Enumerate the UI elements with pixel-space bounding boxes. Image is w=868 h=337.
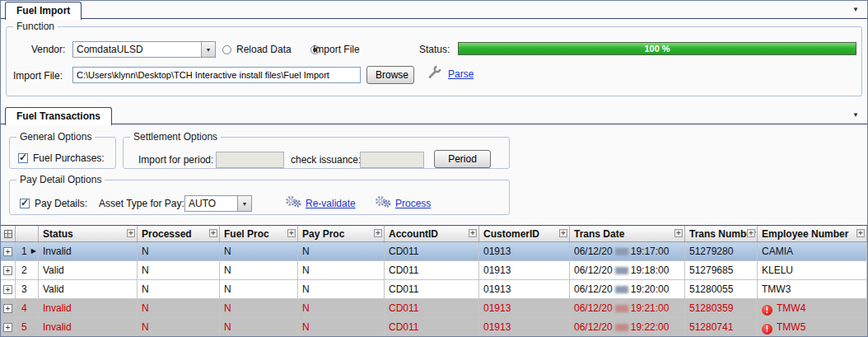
chevron-down-icon[interactable]: ▼: [201, 42, 215, 57]
fuel-purchases-label: Fuel Purchases:: [33, 152, 105, 164]
process-action[interactable]: Process: [375, 195, 431, 211]
cell-pay-proc: N: [298, 318, 385, 336]
cell-trans-date: 06/12/2019:17:00: [570, 242, 685, 260]
table-row[interactable]: +3ValidNNNCD0110191306/12/2019:20:005128…: [1, 280, 867, 299]
row-expand-cell: +: [1, 280, 16, 298]
row-number: 4: [16, 299, 39, 317]
cell-trans-date: 06/12/2019:18:00: [570, 261, 685, 279]
column-header-status[interactable]: Status+: [39, 226, 138, 241]
cell-pay-proc: N: [298, 261, 385, 279]
grid-header-row: Status+Processed+Fuel Proc+Pay Proc+Acco…: [1, 226, 867, 242]
column-header-trans-number[interactable]: Trans Number+: [685, 226, 758, 241]
import-for-period-input: [216, 152, 284, 168]
import-file-input[interactable]: [72, 67, 361, 83]
options-panel: General Options Fuel Purchases: Settleme…: [1, 124, 867, 225]
row-expand-button[interactable]: +: [3, 304, 12, 313]
status-progressbar: 100 %: [458, 42, 856, 55]
column-pin-icon[interactable]: +: [127, 229, 135, 237]
chevron-down-icon[interactable]: ▼: [237, 196, 251, 211]
vendor-dropdown[interactable]: ComdataULSD ▼: [72, 41, 216, 58]
transactions-grid: Status+Processed+Fuel Proc+Pay Proc+Acco…: [1, 225, 867, 337]
column-header-processed[interactable]: Processed+: [138, 226, 220, 241]
column-pin-icon[interactable]: +: [674, 229, 683, 237]
asset-type-value: AUTO: [185, 196, 237, 211]
transactions-dropdown-icon[interactable]: ▼: [852, 111, 859, 119]
cell-trans-date: 06/12/2019:22:00: [570, 318, 685, 336]
row-expand-button[interactable]: +: [3, 266, 12, 275]
column-header-pay-proc[interactable]: Pay Proc+: [298, 226, 385, 241]
row-expand-button[interactable]: +: [3, 285, 12, 294]
column-header-accountid[interactable]: AccountID+: [385, 226, 479, 241]
browse-button[interactable]: Browse: [366, 66, 414, 84]
cell-fuel-proc: N: [220, 299, 298, 317]
cell-employee-number: CAMIA: [758, 242, 867, 260]
grid-corner-cell[interactable]: [1, 226, 16, 241]
pay-details-checkbox[interactable]: [20, 199, 30, 208]
tab-fuel-transactions[interactable]: Fuel Transactions: [5, 107, 112, 125]
general-options-groupbox: General Options Fuel Purchases:: [9, 131, 116, 169]
fuel-purchases-checkbox[interactable]: [18, 153, 28, 163]
cell-fuel-proc: N: [220, 280, 298, 298]
column-pin-icon[interactable]: +: [374, 229, 382, 237]
redacted-date-segment: [615, 248, 628, 255]
column-pin-icon[interactable]: +: [856, 229, 865, 237]
pay-detail-options-title: Pay Detail Options: [16, 174, 105, 185]
table-row[interactable]: +4InvalidNNNCD0110191306/12/2019:21:0051…: [1, 299, 867, 318]
parse-link[interactable]: Parse: [448, 68, 474, 80]
cell-customer-id: 01913: [479, 242, 570, 260]
column-header-label: Trans Number: [689, 228, 756, 240]
column-pin-icon[interactable]: +: [469, 229, 477, 237]
error-icon: !: [762, 305, 772, 316]
column-pin-icon[interactable]: +: [559, 229, 567, 237]
column-header-employee-number[interactable]: Employee Number+: [758, 226, 867, 241]
process-link[interactable]: Process: [395, 198, 431, 209]
cell-employee-number: !TMW5: [758, 318, 867, 336]
cell-account-id: CD011: [385, 318, 479, 336]
fuel-transactions-tabbar: Fuel Transactions ▼: [1, 106, 867, 124]
cell-account-id: CD011: [385, 261, 479, 279]
revalidate-link[interactable]: Re-validate: [306, 198, 356, 209]
pay-details-label: Pay Details:: [35, 198, 87, 209]
cell-processed: N: [138, 261, 220, 279]
cell-status: Valid: [39, 261, 138, 279]
table-row[interactable]: +1▶InvalidNNNCD0110191306/12/2019:17:005…: [1, 242, 867, 261]
cell-trans-date: 06/12/2019:20:00: [570, 280, 685, 298]
period-button[interactable]: Period: [434, 150, 491, 168]
row-number: 2: [16, 261, 39, 279]
table-row[interactable]: +5InvalidNNNCD0110191306/12/2019:22:0051…: [1, 318, 867, 337]
column-header-customerid[interactable]: CustomerID+: [479, 226, 570, 241]
tab-fuel-import[interactable]: Fuel Import: [5, 2, 82, 20]
cell-processed: N: [138, 318, 220, 336]
cell-account-id: CD011: [385, 242, 479, 260]
column-pin-icon[interactable]: +: [747, 229, 755, 237]
row-expand-button[interactable]: +: [3, 323, 12, 332]
import-for-period-label: Import for period:: [138, 154, 213, 166]
function-groupbox: Function Vendor: ComdataULSD ▼ Reload Da…: [6, 21, 862, 96]
cell-customer-id: 01913: [479, 261, 570, 279]
function-groupbox-title: Function: [13, 21, 58, 32]
column-header-label: AccountID: [389, 228, 438, 240]
cell-processed: N: [138, 299, 220, 317]
cell-employee-number: !TMW4: [758, 299, 867, 317]
column-pin-icon[interactable]: +: [209, 229, 217, 237]
column-pin-icon[interactable]: +: [287, 229, 296, 237]
column-header-label: Status: [43, 228, 73, 240]
reload-data-radio[interactable]: [222, 45, 231, 54]
reload-data-label: Reload Data: [236, 44, 292, 55]
status-label: Status:: [419, 44, 450, 55]
table-row[interactable]: +2ValidNNNCD0110191306/12/2019:18:005127…: [1, 261, 867, 280]
asset-type-label: Asset Type for Pay:: [99, 198, 184, 209]
spacer: [1, 96, 867, 106]
column-header-fuel-proc[interactable]: Fuel Proc+: [220, 226, 298, 241]
column-header-trans-date[interactable]: Trans Date+: [570, 226, 685, 241]
vendor-dropdown-value: ComdataULSD: [73, 42, 201, 57]
error-icon: !: [762, 324, 772, 335]
tabbar-dropdown-icon[interactable]: ▼: [852, 6, 859, 13]
row-expand-button[interactable]: +: [3, 247, 12, 256]
revalidate-action[interactable]: Re-validate: [285, 195, 356, 211]
grid-body: +1▶InvalidNNNCD0110191306/12/2019:17:005…: [1, 242, 867, 337]
asset-type-dropdown[interactable]: AUTO ▼: [184, 195, 252, 212]
cell-customer-id: 01913: [479, 318, 570, 336]
grid-select-all-icon[interactable]: [4, 230, 12, 238]
row-number-label: 5: [21, 321, 27, 333]
